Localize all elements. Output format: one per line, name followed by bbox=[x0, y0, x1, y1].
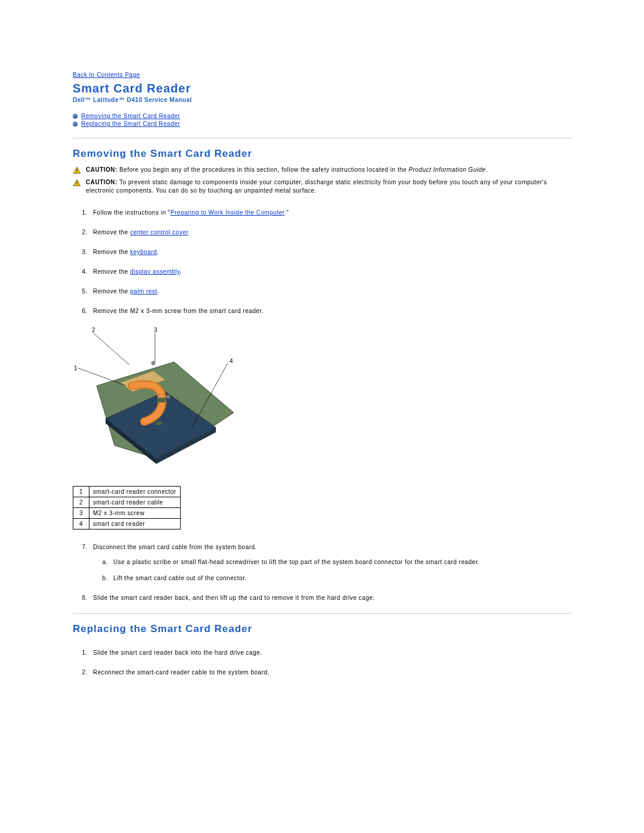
caution-label: CAUTION: bbox=[86, 166, 119, 173]
step-1: Follow the instructions in "Preparing to… bbox=[89, 208, 571, 217]
toc: Removing the Smart Card Reader Replacing… bbox=[73, 113, 571, 127]
back-to-contents-link[interactable]: Back to Contents Page bbox=[73, 72, 140, 78]
step-4: Remove the display assembly. bbox=[89, 267, 571, 276]
svg-line-9 bbox=[94, 333, 129, 365]
callout-3: 3 bbox=[154, 327, 157, 333]
legend-num: 2 bbox=[73, 497, 89, 508]
step-text: Remove the M2 x 3-mm screw from the smar… bbox=[93, 308, 264, 314]
step-text: Slide the smart card reader back, and th… bbox=[93, 594, 375, 601]
step-text: ." bbox=[284, 209, 289, 216]
caution-label: CAUTION: bbox=[86, 179, 119, 185]
link-preparing[interactable]: Preparing to Work Inside the Computer bbox=[171, 209, 284, 216]
svg-line-8 bbox=[78, 368, 126, 386]
page-title: Smart Card Reader bbox=[73, 82, 571, 95]
link-keyboard[interactable]: keyboard bbox=[130, 249, 157, 255]
diagram-smart-card-reader: 1 2 3 4 bbox=[73, 326, 240, 480]
step-text: . bbox=[157, 288, 159, 295]
step-7a: Use a plastic scribe or small flat-head … bbox=[110, 558, 571, 566]
divider bbox=[73, 613, 571, 614]
step-2: Reconnect the smart-card reader cable to… bbox=[89, 668, 571, 677]
step-2: Remove the center control cover. bbox=[89, 228, 571, 237]
caution-icon bbox=[73, 166, 81, 175]
callout-2: 2 bbox=[92, 327, 95, 333]
steps-removing: Follow the instructions in "Preparing to… bbox=[73, 208, 571, 315]
step-text: . bbox=[188, 229, 190, 236]
caution-text-b: . bbox=[486, 166, 488, 173]
step-7: Disconnect the smart card cable from the… bbox=[89, 543, 571, 583]
caution-text-a: Before you begin any of the procedures i… bbox=[119, 166, 408, 173]
step-text: Remove the bbox=[93, 268, 130, 275]
step-5: Remove the palm rest. bbox=[89, 287, 571, 296]
divider bbox=[73, 138, 571, 138]
legend-text: smart-card reader connector bbox=[89, 487, 181, 497]
step-text: Remove the bbox=[93, 249, 130, 255]
section-title-removing: Removing the Smart Card Reader bbox=[73, 148, 571, 160]
callout-1: 1 bbox=[74, 365, 78, 371]
steps-replacing: Slide the smart card reader back into th… bbox=[73, 648, 571, 677]
link-palm-rest[interactable]: palm rest bbox=[130, 288, 157, 295]
bullet-icon bbox=[73, 114, 78, 119]
legend-num: 4 bbox=[73, 519, 89, 529]
svg-rect-0 bbox=[76, 169, 77, 172]
link-display-assembly[interactable]: display assembly bbox=[130, 268, 179, 275]
step-text: Disconnect the smart card cable from the… bbox=[93, 544, 257, 550]
step-text: Reconnect the smart-card reader cable to… bbox=[93, 669, 270, 676]
toc-link-replacing[interactable]: Replacing the Smart Card Reader bbox=[81, 120, 180, 127]
bullet-icon bbox=[73, 122, 78, 126]
diagram-legend: 1 smart-card reader connector 2 smart-ca… bbox=[73, 486, 181, 529]
legend-num: 1 bbox=[73, 487, 89, 497]
step-8: Slide the smart card reader back, and th… bbox=[89, 593, 571, 602]
caution-2: CAUTION: To prevent static damage to com… bbox=[73, 178, 571, 195]
legend-text: M2 x 3-mm screw bbox=[89, 508, 181, 519]
caution-text: To prevent static damage to components i… bbox=[86, 179, 547, 194]
step-text: Slide the smart card reader back into th… bbox=[93, 649, 262, 656]
step-6: Remove the M2 x 3-mm screw from the smar… bbox=[89, 306, 571, 315]
caution-icon bbox=[73, 179, 81, 187]
step-text: . bbox=[157, 249, 159, 255]
step-text: Follow the instructions in " bbox=[93, 209, 171, 216]
link-center-control-cover[interactable]: center control cover bbox=[130, 229, 188, 236]
svg-rect-2 bbox=[76, 182, 77, 184]
legend-text: smart card reader bbox=[89, 519, 181, 529]
steps-removing-contd: Disconnect the smart card cable from the… bbox=[73, 543, 571, 602]
page-subtitle: Dell™ Latitude™ D410 Service Manual bbox=[73, 97, 571, 103]
step-text: Remove the bbox=[93, 229, 130, 236]
step-3: Remove the keyboard. bbox=[89, 247, 571, 256]
step-text: Lift the smart card cable out of the con… bbox=[113, 575, 247, 581]
svg-rect-1 bbox=[76, 172, 77, 172]
toc-link-removing[interactable]: Removing the Smart Card Reader bbox=[81, 113, 180, 119]
step-text: Remove the bbox=[93, 288, 130, 295]
step-text: Use a plastic scribe or small flat-head … bbox=[113, 559, 479, 565]
legend-num: 3 bbox=[73, 508, 89, 519]
step-text: . bbox=[180, 268, 182, 275]
step-1: Slide the smart card reader back into th… bbox=[89, 648, 571, 657]
caution-1: CAUTION: Before you begin any of the pro… bbox=[73, 166, 571, 175]
svg-point-4 bbox=[151, 361, 155, 365]
callout-4: 4 bbox=[230, 358, 233, 364]
section-title-replacing: Replacing the Smart Card Reader bbox=[73, 623, 571, 635]
svg-rect-3 bbox=[76, 184, 77, 185]
step-7b: Lift the smart card cable out of the con… bbox=[110, 574, 571, 583]
legend-text: smart-card reader cable bbox=[89, 497, 181, 508]
caution-text-italic: Product Information Guide bbox=[408, 166, 485, 173]
